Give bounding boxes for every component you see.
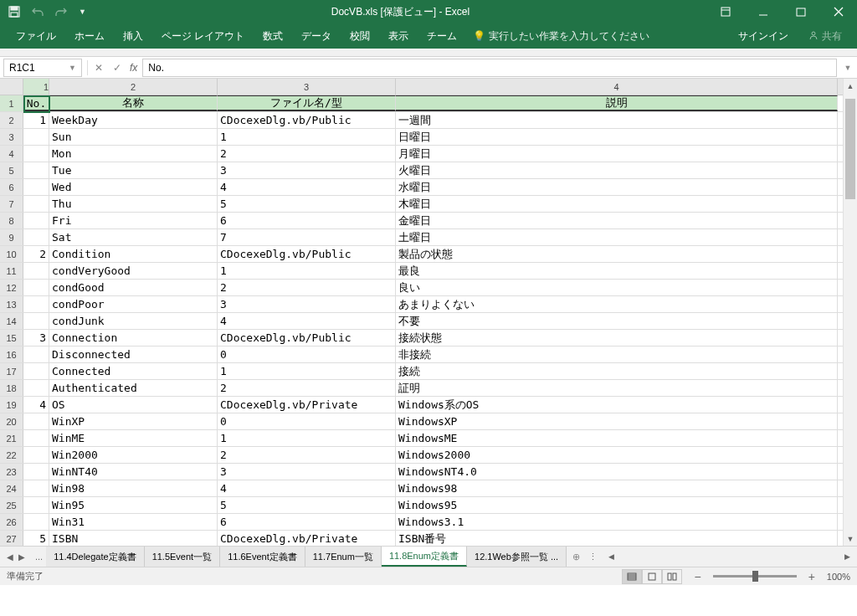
cell[interactable]: 1 [218, 129, 396, 145]
row-header[interactable]: 9 [0, 229, 23, 245]
cell[interactable]: ISBN番号 [396, 531, 838, 546]
cell[interactable]: Wed [49, 179, 218, 195]
cell[interactable]: Thu [49, 196, 218, 212]
row-header[interactable]: 10 [0, 246, 23, 262]
row-header[interactable]: 8 [0, 213, 23, 228]
cell[interactable]: Win2000 [49, 447, 218, 463]
header-cell[interactable]: 説明 [396, 95, 838, 111]
redo-icon[interactable] [55, 7, 67, 17]
sheet-tab[interactable]: 11.7Enum一覧 [305, 547, 382, 567]
row-header[interactable]: 15 [0, 330, 23, 346]
row-header[interactable]: 1 [0, 95, 23, 111]
cell[interactable]: 2 [218, 146, 396, 162]
header-cell[interactable]: 名称 [49, 95, 218, 111]
cell[interactable]: ISBN [49, 531, 218, 546]
cell[interactable] [23, 213, 49, 228]
cell[interactable] [23, 146, 49, 162]
row-header[interactable]: 18 [0, 380, 23, 396]
cell[interactable]: Win98 [49, 480, 218, 496]
row-header[interactable]: 21 [0, 430, 23, 446]
row-header[interactable]: 20 [0, 413, 23, 429]
cell[interactable]: Windows系のOS [396, 397, 838, 413]
col-header-2[interactable]: 2 [49, 79, 218, 95]
cell[interactable] [23, 464, 49, 480]
zoom-in-button[interactable]: + [805, 570, 819, 583]
cell[interactable]: 6 [218, 213, 396, 228]
row-header[interactable]: 27 [0, 531, 23, 546]
cell[interactable]: 4 [218, 313, 396, 329]
cell[interactable]: WinXP [49, 413, 218, 429]
row-header[interactable]: 7 [0, 196, 23, 212]
cell[interactable]: CDocexeDlg.vb/Public [218, 330, 396, 346]
row-header[interactable]: 25 [0, 497, 23, 513]
cell[interactable] [23, 296, 49, 312]
row-header[interactable]: 19 [0, 397, 23, 413]
cell[interactable]: 最良 [396, 263, 838, 279]
vertical-scrollbar[interactable]: ▲ ▼ [843, 79, 857, 546]
scroll-down-icon[interactable]: ▼ [844, 531, 857, 546]
cell[interactable]: WindowsME [396, 430, 838, 446]
cell[interactable]: Mon [49, 146, 218, 162]
tab-insert[interactable]: 挿入 [114, 23, 152, 49]
cell[interactable]: Tue [49, 162, 218, 178]
scroll-thumb[interactable] [845, 99, 855, 199]
col-header-4[interactable]: 4 [396, 79, 838, 95]
name-box[interactable]: R1C1 ▼ [3, 59, 82, 77]
cell[interactable]: Disconnected [49, 346, 218, 362]
cell[interactable]: あまりよくない [396, 296, 838, 312]
zoom-level[interactable]: 100% [827, 572, 850, 582]
tab-data[interactable]: データ [292, 23, 341, 49]
cell[interactable]: 良い [396, 280, 838, 295]
tab-view[interactable]: 表示 [379, 23, 418, 49]
cell[interactable] [23, 196, 49, 212]
cell[interactable] [23, 129, 49, 145]
zoom-thumb[interactable] [752, 571, 758, 582]
cell[interactable]: Sat [49, 229, 218, 245]
tab-pagelayout[interactable]: ページ レイアウト [152, 23, 254, 49]
row-header[interactable]: 11 [0, 263, 23, 279]
cell[interactable]: CDocexeDlg.vb/Public [218, 112, 396, 128]
add-sheet-button[interactable]: ⊕ [567, 552, 585, 562]
cell[interactable]: WinNT40 [49, 464, 218, 480]
normal-view-button[interactable] [622, 569, 642, 584]
sheet-tab[interactable]: 11.6Event定義書 [220, 547, 305, 567]
cell[interactable]: 3 [218, 296, 396, 312]
cell[interactable]: 非接続 [396, 346, 838, 362]
cell[interactable]: Windows3.1 [396, 514, 838, 530]
cell[interactable]: Windows95 [396, 497, 838, 513]
cell[interactable]: 金曜日 [396, 213, 838, 228]
cell[interactable]: 1 [23, 112, 49, 128]
cancel-formula-icon[interactable]: ✕ [90, 59, 108, 77]
cell[interactable]: Authenticated [49, 380, 218, 396]
cell[interactable]: 2 [218, 447, 396, 463]
cell[interactable]: 接続 [396, 363, 838, 379]
maximize-icon[interactable] [782, 0, 819, 23]
row-header[interactable]: 23 [0, 464, 23, 480]
formula-expand-icon[interactable]: ▼ [842, 64, 854, 72]
cell[interactable] [23, 229, 49, 245]
cell[interactable]: 証明 [396, 380, 838, 396]
row-header[interactable]: 6 [0, 179, 23, 195]
cell[interactable]: CDocexeDlg.vb/Public [218, 246, 396, 262]
page-break-view-button[interactable] [662, 569, 682, 584]
cell[interactable]: 2 [23, 246, 49, 262]
row-header[interactable]: 26 [0, 514, 23, 530]
tab-list-menu[interactable]: ⋮ [585, 552, 601, 562]
tab-prev-icon[interactable]: ◀ [7, 552, 13, 562]
share-button[interactable]: 共有 [800, 29, 850, 44]
cell[interactable]: WinME [49, 430, 218, 446]
sheet-tab[interactable]: 12.1Web参照一覧 ... [467, 547, 567, 567]
col-header-1[interactable]: 1 [23, 79, 49, 95]
ribbon-display-icon[interactable] [706, 0, 744, 23]
undo-icon[interactable] [32, 7, 44, 17]
cell[interactable]: 6 [218, 514, 396, 530]
header-cell[interactable]: ファイル名/型 [218, 95, 396, 111]
cell[interactable] [23, 480, 49, 496]
cell[interactable] [23, 430, 49, 446]
tab-next-icon[interactable]: ▶ [18, 552, 25, 562]
tell-me-search[interactable]: 💡 実行したい作業を入力してください [473, 29, 649, 44]
formula-input[interactable]: No. [142, 59, 837, 77]
cell[interactable]: 0 [218, 346, 396, 362]
cell[interactable]: 土曜日 [396, 229, 838, 245]
cell[interactable]: 1 [218, 363, 396, 379]
